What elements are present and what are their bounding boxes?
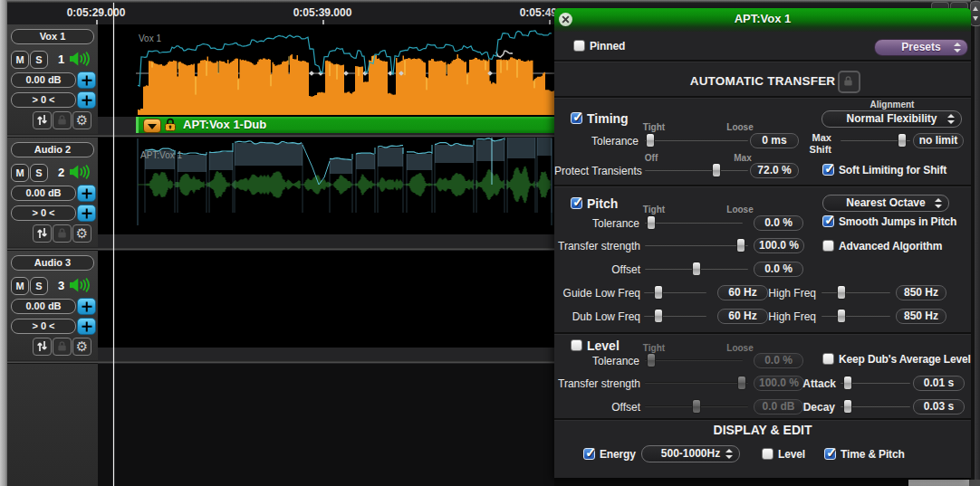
track2-lock-button[interactable] <box>53 224 72 243</box>
dub-high-freq-value[interactable]: 850 Hz <box>896 309 946 324</box>
dub-waveform[interactable] <box>136 138 554 234</box>
max-shift-value[interactable]: no limit <box>913 133 964 148</box>
slider-thumb[interactable] <box>843 399 852 414</box>
display-level-checkbox[interactable] <box>762 448 773 460</box>
decay-slider[interactable] <box>841 399 910 414</box>
pitch-transfer-slider[interactable] <box>645 238 748 253</box>
level-offset-slider[interactable] <box>645 399 748 414</box>
dialog-titlebar[interactable]: APT:Vox 1 <box>554 8 971 32</box>
window-left-scrollbar[interactable] <box>0 0 7 486</box>
advanced-algorithm-checkbox[interactable] <box>822 240 834 252</box>
track2-volume-add-button[interactable] <box>77 185 96 202</box>
attack-slider[interactable] <box>841 376 910 390</box>
slider-thumb[interactable] <box>837 309 846 323</box>
alignment-dropdown[interactable]: Normal Flexibility <box>821 110 962 128</box>
slider-thumb[interactable] <box>692 262 701 276</box>
soft-limiting-checkbox[interactable] <box>822 164 834 176</box>
attack-value[interactable]: 0.01 s <box>913 376 965 391</box>
slider-thumb[interactable] <box>646 133 655 148</box>
track1-lock-button[interactable] <box>53 111 72 129</box>
scroll-arrows-button[interactable] <box>970 1 980 26</box>
slider-thumb[interactable] <box>737 376 746 390</box>
slider-thumb[interactable] <box>843 376 852 390</box>
track2-pan-add-button[interactable] <box>77 205 96 222</box>
level-tolerance-slider[interactable] <box>645 353 743 367</box>
bottom-scrollbar[interactable] <box>908 480 969 486</box>
slider-thumb[interactable] <box>654 285 663 300</box>
slider-thumb[interactable] <box>647 353 656 367</box>
track1-pan-add-button[interactable] <box>77 91 96 109</box>
slider-thumb[interactable] <box>692 399 701 414</box>
energy-range-dropdown[interactable]: 500-1000Hz <box>641 445 740 462</box>
protect-transients-value[interactable]: 72.0 % <box>750 163 799 178</box>
pitch-offset-value[interactable]: 0.0 % <box>754 262 803 277</box>
track3-volume-add-button[interactable] <box>77 298 96 315</box>
smooth-jumps-checkbox[interactable] <box>822 215 834 227</box>
guide-low-freq-slider[interactable] <box>644 285 706 300</box>
slider-thumb[interactable] <box>837 285 846 300</box>
guide-waveform[interactable] <box>136 24 554 117</box>
protect-transients-slider[interactable] <box>645 163 748 177</box>
track2-pan[interactable]: > 0 < <box>11 205 76 221</box>
pitch-transfer-value[interactable]: 100.0 % <box>754 238 804 253</box>
slider-thumb[interactable] <box>654 309 663 323</box>
apt-dropdown-button[interactable] <box>143 119 161 133</box>
track2-name-button[interactable]: Audio 2 <box>11 142 94 157</box>
decay-value[interactable]: 0.03 s <box>913 399 965 415</box>
track3-pan[interactable]: > 0 < <box>11 319 76 334</box>
up-down-arrows-icon <box>36 114 48 126</box>
slider-thumb[interactable] <box>712 163 721 177</box>
track2-mute-button[interactable]: M <box>11 164 29 182</box>
keep-dub-checkbox[interactable] <box>822 353 834 365</box>
track3-solo-button[interactable]: S <box>30 277 48 295</box>
timing-tolerance-slider[interactable] <box>645 133 748 148</box>
track3-lane[interactable] <box>98 251 554 348</box>
pitch-tolerance-value[interactable]: 0.0 % <box>754 215 803 231</box>
pitch-checkbox[interactable] <box>571 197 582 209</box>
track2-settings-button[interactable]: ⚙ <box>72 224 91 243</box>
track1-sort-button[interactable] <box>33 111 52 129</box>
energy-checkbox[interactable] <box>583 448 595 460</box>
slider-thumb[interactable] <box>736 238 745 253</box>
dub-low-freq-slider[interactable] <box>644 309 706 323</box>
timing-checkbox[interactable] <box>571 112 582 124</box>
apt-process-bar[interactable]: APT:Vox 1-Dub <box>136 117 554 133</box>
pinned-checkbox[interactable] <box>573 40 585 52</box>
transfer-lock-button[interactable] <box>838 71 860 93</box>
track3-settings-button[interactable]: ⚙ <box>72 338 91 356</box>
window-right-scrollbar[interactable] <box>975 0 980 486</box>
track1-volume-add-button[interactable] <box>77 71 96 89</box>
track2-sort-button[interactable] <box>33 224 52 243</box>
level-checkbox[interactable] <box>571 339 582 351</box>
pitch-mode-dropdown[interactable]: Nearest Octave <box>822 195 949 212</box>
track1-mute-button[interactable]: M <box>11 51 29 69</box>
pitch-offset-slider[interactable] <box>645 262 748 276</box>
track1-pan[interactable]: > 0 < <box>11 92 76 108</box>
track3-name-button[interactable]: Audio 3 <box>11 255 94 271</box>
presets-dropdown[interactable]: Presets <box>874 39 968 56</box>
guide-high-freq-slider[interactable] <box>821 285 890 300</box>
track3-pan-add-button[interactable] <box>77 318 96 335</box>
speaker-icon[interactable] <box>70 163 91 181</box>
max-shift-slider[interactable] <box>841 133 910 148</box>
track2-volume[interactable]: 0.00 dB <box>11 186 76 201</box>
level-transfer-slider[interactable] <box>645 376 748 390</box>
dub-high-freq-slider[interactable] <box>821 309 890 323</box>
time-pitch-checkbox[interactable] <box>824 448 836 460</box>
track3-mute-button[interactable]: M <box>11 277 29 295</box>
guide-high-freq-value[interactable]: 850 Hz <box>896 285 946 300</box>
track2-solo-button[interactable]: S <box>30 164 48 182</box>
track1-settings-button[interactable]: ⚙ <box>72 111 91 129</box>
track3-lock-button[interactable] <box>53 338 72 356</box>
speaker-icon[interactable] <box>70 50 91 68</box>
track1-solo-button[interactable]: S <box>30 51 48 69</box>
pitch-tolerance-slider[interactable] <box>645 215 743 230</box>
track3-sort-button[interactable] <box>33 338 52 356</box>
slider-thumb[interactable] <box>898 133 907 148</box>
speaker-icon[interactable] <box>70 276 91 294</box>
track1-volume[interactable]: 0.00 dB <box>11 72 76 88</box>
level-tolerance-value[interactable]: 0.0 % <box>754 353 803 368</box>
track1-name-button[interactable]: Vox 1 <box>11 29 94 44</box>
track3-volume[interactable]: 0.00 dB <box>11 299 76 314</box>
slider-thumb[interactable] <box>647 215 656 230</box>
